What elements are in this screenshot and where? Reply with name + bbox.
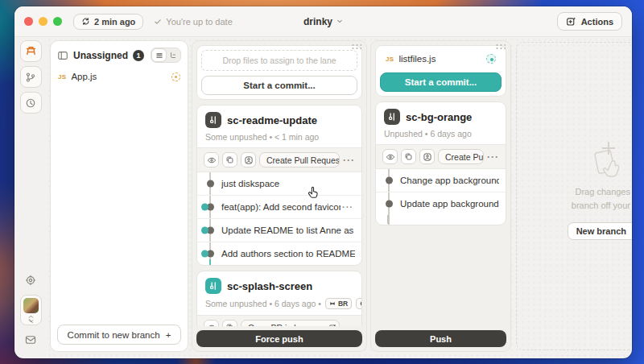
rail-bottom-group bbox=[20, 271, 42, 349]
branch-meta: Some unpushed • 6 days ago • BR PR bbox=[205, 298, 353, 309]
review-button[interactable] bbox=[382, 149, 398, 164]
file-name: listfiles.js bbox=[398, 54, 436, 64]
start-commit-button[interactable]: Start a commit... bbox=[380, 72, 502, 92]
push-button[interactable]: Push bbox=[375, 330, 506, 347]
sync-button[interactable]: 2 min ago bbox=[73, 14, 143, 30]
create-pr-label: Create Pull Request bbox=[266, 155, 340, 165]
new-branch-button[interactable]: New branch bbox=[568, 222, 632, 240]
branch-meta-text: Some unpushed • 6 days ago • bbox=[205, 299, 321, 308]
tree-view-button[interactable] bbox=[166, 49, 180, 61]
commit-row[interactable]: Update app background color t... bbox=[376, 192, 506, 215]
drag-hint-text: Drag changes branch off your bbox=[572, 185, 630, 213]
lane-drag-handle[interactable] bbox=[495, 43, 506, 49]
create-pr-button[interactable]: Create Pull Req... bbox=[438, 149, 484, 164]
br-badge[interactable]: BR bbox=[325, 298, 352, 309]
branch-menu-button[interactable]: ··· bbox=[487, 151, 499, 163]
lane-commit-area: Drop files to assign to the lane Start a… bbox=[196, 45, 362, 100]
commit-row[interactable]: Update README to list Anne as primary au… bbox=[197, 218, 361, 242]
drag-hint-line1: Drag changes bbox=[572, 185, 630, 199]
review-button[interactable] bbox=[204, 320, 219, 326]
branch-meta: Unpushed • 6 days ago bbox=[384, 129, 497, 139]
minimize-window-button[interactable] bbox=[39, 17, 47, 26]
lane-content: JS listfiles.js Start a commit... bbox=[375, 45, 506, 326]
branch-card-bg-orange: sc-bg-orange Unpushed • 6 days ago bbox=[375, 101, 506, 225]
force-push-button[interactable]: Force push bbox=[196, 330, 362, 347]
branch-card-readme-update: sc-readme-update Some unpushed • < 1 min… bbox=[196, 105, 362, 266]
actions-icon bbox=[566, 16, 576, 27]
project-title: drinky bbox=[303, 16, 332, 27]
commit-dot-local-remote bbox=[207, 250, 214, 258]
commit-message: Add authors section to README file bbox=[221, 249, 355, 259]
unassigned-title: Unassigned bbox=[73, 50, 128, 61]
file-row-appjs[interactable]: JS App.js bbox=[51, 68, 188, 85]
commit-message: just diskspace bbox=[221, 179, 355, 188]
commit-to-new-branch-button[interactable]: Commit to new branch + bbox=[57, 325, 181, 345]
js-file-icon: JS bbox=[58, 73, 66, 81]
commit-message: feat(app): Add second favicon to web ... bbox=[221, 202, 341, 212]
copy-branch-button[interactable] bbox=[401, 149, 416, 164]
actions-button[interactable]: Actions bbox=[557, 12, 622, 31]
branch-actionbar: Create Pull Request ··· bbox=[197, 147, 361, 172]
drag-hint-line2: branch off your bbox=[572, 199, 630, 213]
project-switcher[interactable]: drinky bbox=[303, 16, 343, 27]
modified-indicator-icon bbox=[171, 72, 180, 81]
avatar bbox=[23, 298, 39, 313]
commit-dot-local bbox=[207, 180, 214, 188]
feedback-button[interactable] bbox=[20, 331, 42, 349]
rail-item-branches[interactable] bbox=[20, 66, 42, 88]
assignee-button[interactable] bbox=[241, 152, 256, 168]
file-row-listfiles[interactable]: JS listfiles.js bbox=[380, 50, 502, 68]
branch-header[interactable]: sc-readme-update Some unpushed • < 1 min… bbox=[197, 105, 361, 147]
drag-changes-illustration-icon bbox=[590, 139, 627, 180]
zoom-window-button[interactable] bbox=[53, 17, 62, 26]
branch-header[interactable]: sc-splash-screen Some unpushed • 6 days … bbox=[197, 271, 361, 315]
open-pr-button[interactable]: Open PR in browser bbox=[241, 320, 340, 326]
lane-content: Drop files to assign to the lane Start a… bbox=[196, 45, 362, 326]
history-clock-icon bbox=[25, 97, 36, 109]
branch-name: sc-readme-update bbox=[227, 114, 317, 126]
left-rail bbox=[14, 37, 47, 358]
lane-drag-handle[interactable] bbox=[351, 43, 361, 49]
actions-label: Actions bbox=[581, 17, 613, 27]
commit-row[interactable]: feat(app): Add second favicon to web ...… bbox=[197, 195, 361, 218]
top-bar: 2 min ago You're up to date drinky Actio… bbox=[14, 6, 632, 37]
pr-badge[interactable]: PR bbox=[356, 298, 362, 309]
status-label: You're up to date bbox=[166, 17, 232, 27]
file-dropzone[interactable]: Drop files to assign to the lane bbox=[201, 50, 357, 71]
unassigned-footer: Commit to new branch + bbox=[51, 318, 188, 351]
close-window-button[interactable] bbox=[24, 17, 33, 26]
review-button[interactable] bbox=[204, 152, 219, 168]
assignee-button[interactable] bbox=[419, 149, 435, 164]
commit-row[interactable]: just diskspace bbox=[197, 172, 361, 195]
rail-item-history[interactable] bbox=[20, 92, 42, 114]
plus-icon: + bbox=[166, 330, 171, 340]
branch-header[interactable]: sc-bg-orange Unpushed • 6 days ago bbox=[376, 102, 506, 144]
assigned-indicator-icon bbox=[486, 54, 496, 64]
start-commit-button[interactable]: Start a commit... bbox=[201, 76, 357, 95]
profile-switcher[interactable] bbox=[20, 295, 42, 325]
status-up-to-date: You're up to date bbox=[154, 17, 232, 27]
traffic-lights bbox=[24, 17, 62, 26]
commit-message: Change app background color t... bbox=[400, 176, 499, 185]
create-pr-button[interactable]: Create Pull Request bbox=[259, 152, 340, 168]
copy-branch-button[interactable] bbox=[222, 152, 237, 168]
commit-list: just diskspace feat(app): Add second fav… bbox=[197, 172, 361, 265]
copy-branch-button[interactable] bbox=[222, 320, 237, 326]
commit-menu-button[interactable]: ··· bbox=[341, 202, 355, 212]
branch-menu-button[interactable]: ··· bbox=[343, 155, 355, 166]
commit-row[interactable]: Add authors section to README file bbox=[197, 242, 361, 265]
branch-badge-icon bbox=[205, 278, 221, 294]
sync-icon bbox=[81, 17, 90, 26]
js-file-icon: JS bbox=[386, 56, 394, 63]
unassigned-panel: Unassigned 1 JS App.js bbox=[50, 40, 188, 352]
unassigned-count-badge: 1 bbox=[133, 50, 144, 61]
branch-card-splash-screen: sc-splash-screen Some unpushed • 6 days … bbox=[196, 271, 362, 326]
commit-row[interactable]: Change app background color t... bbox=[376, 169, 506, 192]
rail-item-workspace[interactable] bbox=[20, 40, 42, 62]
list-view-button[interactable] bbox=[152, 49, 166, 61]
commit-dot-local bbox=[386, 177, 393, 184]
branches-icon bbox=[25, 72, 36, 83]
settings-button[interactable] bbox=[20, 271, 42, 289]
view-toggle bbox=[151, 48, 181, 63]
mail-icon bbox=[25, 335, 36, 345]
